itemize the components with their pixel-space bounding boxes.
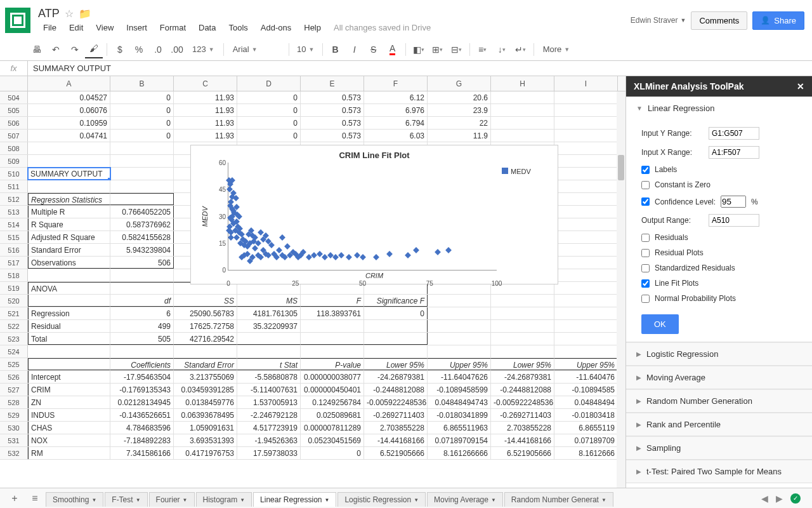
cell[interactable]: MS xyxy=(237,295,301,307)
std-residuals-checkbox[interactable] xyxy=(641,264,650,272)
cell[interactable]: 6.8655119 xyxy=(554,422,618,434)
cell[interactable] xyxy=(554,155,618,167)
accordion-linear-regression[interactable]: ▼Linear Regression xyxy=(626,97,812,119)
strikethrough-icon[interactable]: S xyxy=(365,41,383,58)
cell[interactable]: -0.01803418 xyxy=(554,409,618,421)
formula-input[interactable]: SUMMARY OUTPUT xyxy=(28,64,812,73)
sheets-app-icon[interactable] xyxy=(5,8,30,33)
cell[interactable]: -0.2692711403 xyxy=(491,409,554,421)
merge-icon[interactable]: ⊟▾ xyxy=(448,41,466,58)
row-header[interactable]: 532 xyxy=(0,447,28,459)
cell[interactable]: 118.3893761 xyxy=(301,307,364,319)
cell[interactable]: 0.04848494743 xyxy=(428,396,491,408)
star-icon[interactable]: ☆ xyxy=(65,8,74,20)
cell[interactable] xyxy=(491,91,554,104)
cell[interactable]: 0.07189709154 xyxy=(428,434,491,446)
cell[interactable]: 0.573 xyxy=(301,104,364,116)
sheet-tab-moving-average[interactable]: Moving Average▼ xyxy=(427,492,503,507)
cell[interactable]: Regression xyxy=(28,307,110,319)
increase-decimal-icon[interactable]: .00 xyxy=(168,41,186,58)
col-header-F[interactable]: F xyxy=(364,76,428,91)
cell[interactable]: Observations xyxy=(28,257,110,269)
cell[interactable]: df xyxy=(110,295,174,307)
cell[interactable]: -11.64047626 xyxy=(428,371,491,383)
row-header[interactable]: 505 xyxy=(0,104,28,116)
cell[interactable]: -24.26879381 xyxy=(364,371,428,383)
cell[interactable]: Upper 95% xyxy=(554,358,618,370)
accordion-logistic-regression[interactable]: ▶Logistic Regression xyxy=(626,342,812,365)
cell[interactable] xyxy=(554,320,618,332)
col-header-A[interactable]: A xyxy=(28,76,110,91)
cell[interactable] xyxy=(301,333,364,345)
cell[interactable]: 7.341586166 xyxy=(110,447,174,459)
cell[interactable]: 0 xyxy=(237,117,301,129)
tab-scroll-right[interactable]: ▶ xyxy=(776,493,783,504)
cell[interactable] xyxy=(428,307,491,319)
cell[interactable]: 0.10959 xyxy=(28,117,110,129)
cell[interactable] xyxy=(554,218,618,231)
cell[interactable]: Coefficients xyxy=(110,358,174,370)
cell[interactable] xyxy=(110,193,174,205)
cell[interactable] xyxy=(28,142,110,154)
cell[interactable] xyxy=(110,180,174,192)
cell[interactable]: Upper 95% xyxy=(428,358,491,370)
cell[interactable]: 4.784683596 xyxy=(110,422,174,434)
folder-icon[interactable]: 📁 xyxy=(79,8,91,20)
row-header[interactable]: 514 xyxy=(0,218,28,231)
cell[interactable] xyxy=(491,117,554,129)
wrap-icon[interactable]: ↵▾ xyxy=(512,41,530,58)
cell[interactable]: 0 xyxy=(237,130,301,142)
row-header[interactable]: 509 xyxy=(0,155,28,167)
cell[interactable]: 20.6 xyxy=(428,91,491,104)
cell[interactable]: 0.573 xyxy=(301,117,364,129)
cell[interactable]: 0.4171976753 xyxy=(174,447,237,459)
font-size-dropdown[interactable]: 10▼ xyxy=(293,41,318,58)
cell[interactable] xyxy=(110,168,174,180)
share-button[interactable]: 👤 Share xyxy=(752,11,804,30)
row-header[interactable]: 526 xyxy=(0,371,28,383)
close-icon[interactable]: ✕ xyxy=(797,81,804,91)
cell[interactable] xyxy=(491,307,554,319)
cell[interactable]: 8.161266666 xyxy=(428,447,491,459)
cell[interactable]: Significance F xyxy=(364,295,428,307)
cell[interactable] xyxy=(237,333,301,345)
cell[interactable]: -14.44168166 xyxy=(364,434,428,446)
cell[interactable]: 4181.761305 xyxy=(237,307,301,319)
comments-button[interactable]: Comments xyxy=(691,11,747,30)
cell[interactable] xyxy=(554,282,618,294)
cell[interactable] xyxy=(110,345,174,358)
row-header[interactable]: 516 xyxy=(0,244,28,256)
cell[interactable]: 11.93 xyxy=(174,104,237,116)
chart-overlay[interactable]: CRIM Line Fit Plot MEDV 015304560 025507… xyxy=(190,145,558,284)
cell[interactable]: 0.03459391285 xyxy=(174,384,237,396)
cell[interactable] xyxy=(554,142,618,154)
cell[interactable]: 2.703855228 xyxy=(491,422,554,434)
cell[interactable]: Standard Error xyxy=(28,244,110,256)
vertical-scrollbar[interactable] xyxy=(617,91,625,488)
cell[interactable]: 0.04527 xyxy=(28,91,110,104)
cell[interactable]: Adjusted R Square xyxy=(28,231,110,243)
cell[interactable] xyxy=(428,295,491,307)
cell[interactable] xyxy=(491,104,554,116)
cell[interactable] xyxy=(554,307,618,319)
cell[interactable]: 11.93 xyxy=(174,117,237,129)
all-sheets-button[interactable]: ≡ xyxy=(25,490,44,507)
cell[interactable]: 0.02128134945 xyxy=(110,396,174,408)
cell[interactable] xyxy=(110,282,174,294)
cell[interactable]: ZN xyxy=(28,396,110,408)
cell[interactable]: -5.114007631 xyxy=(237,384,301,396)
col-header-E[interactable]: E xyxy=(301,76,364,91)
cell[interactable]: 8.1612666 xyxy=(554,447,618,459)
cell[interactable]: -0.2448812088 xyxy=(491,384,554,396)
more-dropdown[interactable]: More▼ xyxy=(538,41,575,58)
user-menu[interactable]: Edwin Straver▼ xyxy=(631,16,686,25)
cell[interactable]: 6.794 xyxy=(364,117,428,129)
cell[interactable]: 0.573 xyxy=(301,91,364,104)
sheet-tab-fourier[interactable]: Fourier▼ xyxy=(149,492,195,507)
cell[interactable] xyxy=(364,333,428,345)
cell[interactable]: F xyxy=(301,295,364,307)
menu-tools[interactable]: Tools xyxy=(223,22,252,34)
cell[interactable]: Total xyxy=(28,333,110,345)
accordion-rank-and-percentile[interactable]: ▶Rank and Percentile xyxy=(626,413,812,436)
cell[interactable]: -0.2448812088 xyxy=(364,384,428,396)
